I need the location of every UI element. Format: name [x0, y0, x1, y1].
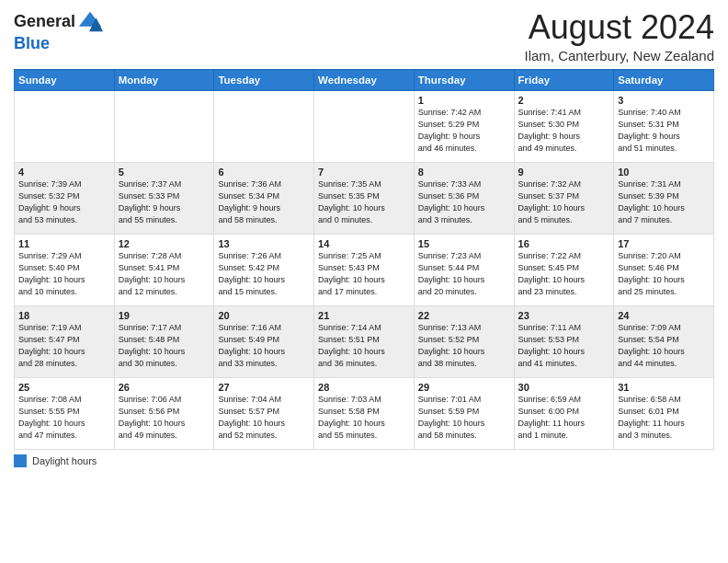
day-info: Sunrise: 7:31 AM Sunset: 5:39 PM Dayligh…: [618, 178, 710, 226]
day-info: Sunrise: 7:19 AM Sunset: 5:47 PM Dayligh…: [18, 322, 110, 370]
calendar-cell: [15, 90, 115, 162]
main-title: August 2024: [525, 9, 714, 46]
calendar-cell: 15Sunrise: 7:23 AM Sunset: 5:44 PM Dayli…: [414, 234, 514, 305]
logo-blue: Blue: [14, 35, 103, 53]
day-number: 1: [418, 95, 510, 106]
calendar-header-row: SundayMondayTuesdayWednesdayThursdayFrid…: [15, 69, 714, 90]
day-info: Sunrise: 7:04 AM Sunset: 5:57 PM Dayligh…: [218, 394, 310, 442]
day-info: Sunrise: 7:33 AM Sunset: 5:36 PM Dayligh…: [418, 178, 510, 226]
day-info: Sunrise: 7:22 AM Sunset: 5:45 PM Dayligh…: [518, 250, 610, 298]
day-info: Sunrise: 7:17 AM Sunset: 5:48 PM Dayligh…: [119, 322, 210, 370]
day-info: Sunrise: 7:26 AM Sunset: 5:42 PM Dayligh…: [218, 250, 310, 298]
calendar-cell: 25Sunrise: 7:08 AM Sunset: 5:55 PM Dayli…: [15, 377, 115, 449]
day-number: 24: [618, 310, 710, 321]
calendar-cell: 11Sunrise: 7:29 AM Sunset: 5:40 PM Dayli…: [15, 234, 115, 305]
calendar-cell: 5Sunrise: 7:37 AM Sunset: 5:33 PM Daylig…: [114, 162, 214, 234]
calendar-cell: 4Sunrise: 7:39 AM Sunset: 5:32 PM Daylig…: [15, 162, 115, 234]
logo: General Blue: [14, 9, 103, 53]
day-info: Sunrise: 7:03 AM Sunset: 5:58 PM Dayligh…: [318, 394, 410, 442]
day-number: 12: [119, 238, 210, 249]
day-number: 25: [18, 382, 110, 393]
day-number: 16: [518, 238, 610, 249]
calendar-cell: 26Sunrise: 7:06 AM Sunset: 5:56 PM Dayli…: [114, 377, 214, 449]
day-number: 13: [218, 238, 310, 249]
day-info: Sunrise: 7:09 AM Sunset: 5:54 PM Dayligh…: [618, 322, 710, 370]
day-number: 18: [18, 310, 110, 321]
calendar-cell: [214, 90, 314, 162]
day-info: Sunrise: 6:59 AM Sunset: 6:00 PM Dayligh…: [518, 394, 610, 442]
calendar-week-2: 4Sunrise: 7:39 AM Sunset: 5:32 PM Daylig…: [15, 162, 714, 234]
calendar-cell: 21Sunrise: 7:14 AM Sunset: 5:51 PM Dayli…: [314, 305, 415, 377]
logo-general: General: [14, 13, 75, 31]
calendar-cell: 17Sunrise: 7:20 AM Sunset: 5:46 PM Dayli…: [614, 234, 714, 305]
day-number: 31: [618, 382, 710, 393]
day-number: 2: [518, 95, 610, 106]
day-info: Sunrise: 7:40 AM Sunset: 5:31 PM Dayligh…: [618, 107, 710, 155]
day-number: 26: [119, 382, 210, 393]
calendar-cell: 12Sunrise: 7:28 AM Sunset: 5:41 PM Dayli…: [114, 234, 214, 305]
day-number: 27: [218, 382, 310, 393]
day-info: Sunrise: 7:25 AM Sunset: 5:43 PM Dayligh…: [318, 250, 410, 298]
calendar-cell: 27Sunrise: 7:04 AM Sunset: 5:57 PM Dayli…: [214, 377, 314, 449]
calendar-cell: 13Sunrise: 7:26 AM Sunset: 5:42 PM Dayli…: [214, 234, 314, 305]
calendar-cell: 8Sunrise: 7:33 AM Sunset: 5:36 PM Daylig…: [414, 162, 514, 234]
legend-label: Daylight hours: [32, 455, 97, 466]
calendar-cell: [114, 90, 214, 162]
calendar-cell: [314, 90, 415, 162]
col-header-saturday: Saturday: [614, 69, 714, 90]
calendar-cell: 7Sunrise: 7:35 AM Sunset: 5:35 PM Daylig…: [314, 162, 415, 234]
col-header-monday: Monday: [114, 69, 214, 90]
day-number: 7: [318, 167, 410, 178]
day-info: Sunrise: 7:32 AM Sunset: 5:37 PM Dayligh…: [518, 178, 610, 226]
calendar-cell: 3Sunrise: 7:40 AM Sunset: 5:31 PM Daylig…: [614, 90, 714, 162]
subtitle: Ilam, Canterbury, New Zealand: [525, 48, 714, 63]
day-number: 8: [418, 167, 510, 178]
page: General Blue August 2024 Ilam, Canterbur…: [0, 0, 728, 563]
day-info: Sunrise: 7:20 AM Sunset: 5:46 PM Dayligh…: [618, 250, 710, 298]
calendar-cell: 1Sunrise: 7:42 AM Sunset: 5:29 PM Daylig…: [414, 90, 514, 162]
legend-color-box: [14, 454, 27, 467]
day-number: 17: [618, 238, 710, 249]
day-number: 22: [418, 310, 510, 321]
calendar-week-4: 18Sunrise: 7:19 AM Sunset: 5:47 PM Dayli…: [15, 305, 714, 377]
col-header-thursday: Thursday: [414, 69, 514, 90]
calendar-cell: 31Sunrise: 6:58 AM Sunset: 6:01 PM Dayli…: [614, 377, 714, 449]
day-info: Sunrise: 7:01 AM Sunset: 5:59 PM Dayligh…: [418, 394, 510, 442]
day-info: Sunrise: 7:39 AM Sunset: 5:32 PM Dayligh…: [18, 178, 110, 226]
day-info: Sunrise: 7:37 AM Sunset: 5:33 PM Dayligh…: [119, 178, 210, 226]
day-number: 6: [218, 167, 310, 178]
day-info: Sunrise: 7:06 AM Sunset: 5:56 PM Dayligh…: [119, 394, 210, 442]
day-info: Sunrise: 7:13 AM Sunset: 5:52 PM Dayligh…: [418, 322, 510, 370]
day-info: Sunrise: 7:41 AM Sunset: 5:30 PM Dayligh…: [518, 107, 610, 155]
day-info: Sunrise: 7:23 AM Sunset: 5:44 PM Dayligh…: [418, 250, 510, 298]
calendar-cell: 9Sunrise: 7:32 AM Sunset: 5:37 PM Daylig…: [514, 162, 614, 234]
logo-icon: [77, 9, 103, 35]
calendar-cell: 19Sunrise: 7:17 AM Sunset: 5:48 PM Dayli…: [114, 305, 214, 377]
calendar-week-5: 25Sunrise: 7:08 AM Sunset: 5:55 PM Dayli…: [15, 377, 714, 449]
day-info: Sunrise: 7:35 AM Sunset: 5:35 PM Dayligh…: [318, 178, 410, 226]
calendar-cell: 2Sunrise: 7:41 AM Sunset: 5:30 PM Daylig…: [514, 90, 614, 162]
day-number: 30: [518, 382, 610, 393]
day-number: 23: [518, 310, 610, 321]
header: General Blue August 2024 Ilam, Canterbur…: [14, 9, 714, 63]
calendar-cell: 14Sunrise: 7:25 AM Sunset: 5:43 PM Dayli…: [314, 234, 415, 305]
day-number: 3: [618, 95, 710, 106]
day-info: Sunrise: 7:11 AM Sunset: 5:53 PM Dayligh…: [518, 322, 610, 370]
calendar-cell: 6Sunrise: 7:36 AM Sunset: 5:34 PM Daylig…: [214, 162, 314, 234]
day-number: 11: [18, 238, 110, 249]
calendar-cell: 29Sunrise: 7:01 AM Sunset: 5:59 PM Dayli…: [414, 377, 514, 449]
day-number: 20: [218, 310, 310, 321]
day-number: 28: [318, 382, 410, 393]
day-info: Sunrise: 7:36 AM Sunset: 5:34 PM Dayligh…: [218, 178, 310, 226]
calendar-cell: 16Sunrise: 7:22 AM Sunset: 5:45 PM Dayli…: [514, 234, 614, 305]
col-header-tuesday: Tuesday: [214, 69, 314, 90]
col-header-friday: Friday: [514, 69, 614, 90]
day-number: 15: [418, 238, 510, 249]
calendar-cell: 18Sunrise: 7:19 AM Sunset: 5:47 PM Dayli…: [15, 305, 115, 377]
calendar-table: SundayMondayTuesdayWednesdayThursdayFrid…: [14, 69, 714, 450]
calendar-cell: 30Sunrise: 6:59 AM Sunset: 6:00 PM Dayli…: [514, 377, 614, 449]
day-number: 9: [518, 167, 610, 178]
calendar-week-3: 11Sunrise: 7:29 AM Sunset: 5:40 PM Dayli…: [15, 234, 714, 305]
day-number: 29: [418, 382, 510, 393]
day-number: 21: [318, 310, 410, 321]
